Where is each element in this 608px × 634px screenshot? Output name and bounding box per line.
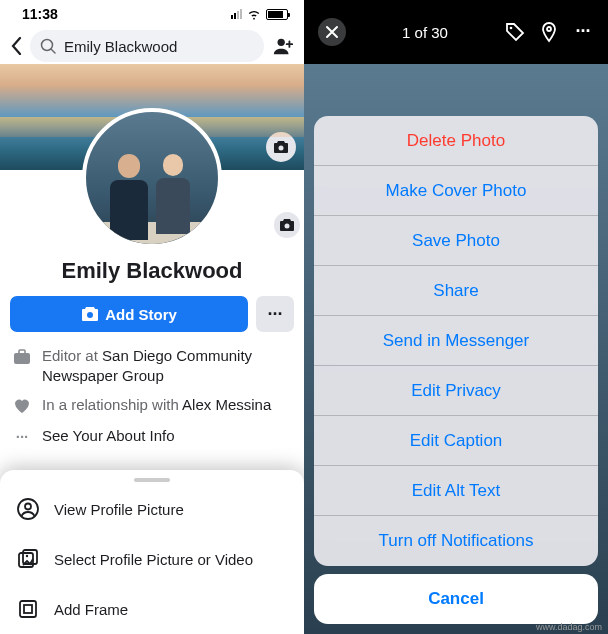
back-button[interactable] xyxy=(10,37,22,55)
action-buttons: Add Story ··· xyxy=(0,296,304,332)
profile-screen: 11:38 Emily Blackwood xyxy=(0,0,304,634)
add-story-button[interactable]: Add Story xyxy=(10,296,248,332)
search-icon xyxy=(40,38,56,54)
more-button[interactable]: ··· xyxy=(572,21,594,43)
edit-privacy[interactable]: Edit Privacy xyxy=(314,366,598,416)
location-button[interactable] xyxy=(538,21,560,43)
svg-rect-10 xyxy=(19,553,33,567)
svg-rect-7 xyxy=(19,350,25,354)
view-profile-picture[interactable]: View Profile Picture xyxy=(0,484,304,534)
more-icon: ··· xyxy=(12,427,32,447)
avatar-container xyxy=(0,108,304,248)
photo-counter: 1 of 30 xyxy=(346,24,504,41)
add-friend-icon[interactable] xyxy=(272,35,294,57)
edit-profile-picture-button[interactable] xyxy=(272,210,302,240)
svg-line-1 xyxy=(51,49,55,53)
svg-rect-14 xyxy=(24,605,32,613)
svg-point-12 xyxy=(26,555,28,557)
status-bar: 11:38 xyxy=(0,0,304,28)
share-photo[interactable]: Share xyxy=(314,266,598,316)
person-circle-icon xyxy=(16,497,40,521)
cancel-button[interactable]: Cancel xyxy=(314,574,598,624)
profile-picture-sheet: View Profile Picture Select Profile Pict… xyxy=(0,470,304,634)
wifi-icon xyxy=(247,9,261,19)
see-about-info[interactable]: ··· See Your About Info xyxy=(12,426,292,447)
work-info[interactable]: Editor at San Diego Community Newspaper … xyxy=(12,346,292,385)
svg-point-4 xyxy=(285,224,290,229)
select-profile-picture[interactable]: Select Profile Picture or Video xyxy=(0,534,304,584)
photo-viewer-screen: 1 of 30 ··· Alex Messina and 86 others xyxy=(304,0,608,634)
close-icon xyxy=(325,25,339,39)
status-icons xyxy=(231,9,288,20)
svg-point-15 xyxy=(510,27,513,30)
briefcase-icon xyxy=(12,347,32,367)
camera-icon xyxy=(81,306,99,322)
battery-icon xyxy=(266,9,288,20)
close-button[interactable] xyxy=(318,18,346,46)
profile-info: Editor at San Diego Community Newspaper … xyxy=(0,346,304,447)
sheet-handle[interactable] xyxy=(134,478,170,482)
svg-point-2 xyxy=(278,39,285,46)
gallery-icon xyxy=(16,547,40,571)
location-icon xyxy=(538,21,560,43)
add-frame[interactable]: Add Frame xyxy=(0,584,304,634)
signal-icon xyxy=(231,9,242,19)
camera-icon xyxy=(279,218,295,232)
make-cover-photo[interactable]: Make Cover Photo xyxy=(314,166,598,216)
search-text: Emily Blackwood xyxy=(64,38,177,55)
tag-icon xyxy=(504,21,526,43)
watermark: www.dadag.com xyxy=(536,622,602,632)
nav-bar: Emily Blackwood xyxy=(0,28,304,64)
send-in-messenger[interactable]: Send in Messenger xyxy=(314,316,598,366)
svg-point-16 xyxy=(547,27,551,31)
heart-icon xyxy=(12,396,32,416)
tag-button[interactable] xyxy=(504,21,526,43)
search-input[interactable]: Emily Blackwood xyxy=(30,30,264,62)
photo-top-bar: 1 of 30 ··· xyxy=(304,0,608,64)
svg-point-9 xyxy=(25,504,31,510)
delete-photo[interactable]: Delete Photo xyxy=(314,116,598,166)
relationship-info[interactable]: In a relationship with Alex Messina xyxy=(12,395,292,416)
turn-off-notifications[interactable]: Turn off Notifications xyxy=(314,516,598,566)
edit-alt-text[interactable]: Edit Alt Text xyxy=(314,466,598,516)
edit-caption[interactable]: Edit Caption xyxy=(314,416,598,466)
svg-rect-13 xyxy=(20,601,36,617)
more-button[interactable]: ··· xyxy=(256,296,294,332)
status-time: 11:38 xyxy=(22,6,58,22)
photo-action-sheet: Delete Photo Make Cover Photo Save Photo… xyxy=(314,116,598,624)
save-photo[interactable]: Save Photo xyxy=(314,216,598,266)
profile-picture[interactable] xyxy=(82,108,222,248)
frame-icon xyxy=(16,597,40,621)
profile-name: Emily Blackwood xyxy=(0,258,304,284)
svg-point-5 xyxy=(87,312,93,318)
